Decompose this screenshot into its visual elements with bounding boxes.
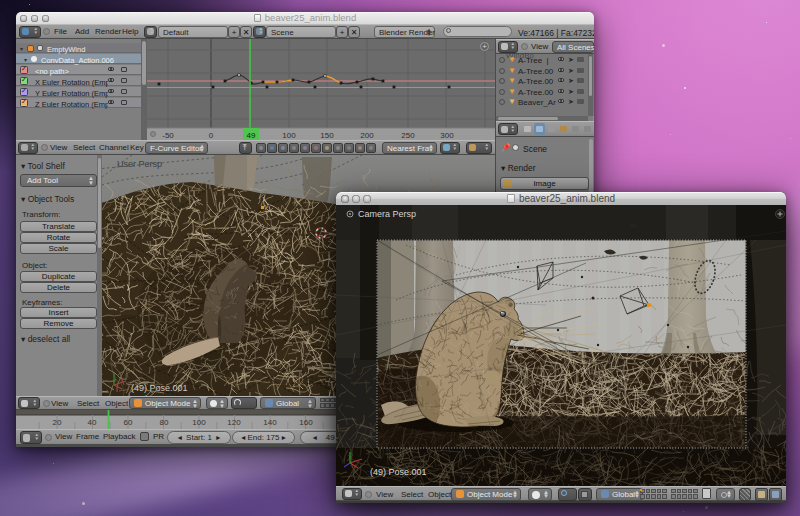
svg-text:User Persp: User Persp — [117, 159, 162, 169]
svg-text:60: 60 — [124, 418, 133, 427]
svg-text:0: 0 — [209, 131, 214, 140]
svg-text:200: 200 — [360, 131, 374, 140]
svg-text:250: 250 — [401, 131, 415, 140]
svg-text:20: 20 — [53, 418, 62, 427]
svg-text:80: 80 — [160, 418, 169, 427]
svg-text:120: 120 — [227, 418, 241, 427]
svg-text:-50: -50 — [162, 131, 174, 140]
svg-text:(49) Pose.001: (49) Pose.001 — [131, 383, 188, 393]
svg-text:40: 40 — [88, 418, 97, 427]
svg-text:140: 140 — [263, 418, 277, 427]
svg-text:(49) Pose.001: (49) Pose.001 — [370, 467, 427, 477]
svg-text:Camera Persp: Camera Persp — [358, 209, 416, 219]
svg-text:300: 300 — [440, 131, 454, 140]
svg-text:49: 49 — [247, 131, 256, 140]
svg-text:150: 150 — [320, 131, 334, 140]
svg-text:100: 100 — [192, 418, 206, 427]
svg-text:160: 160 — [299, 418, 313, 427]
svg-text:100: 100 — [282, 131, 296, 140]
